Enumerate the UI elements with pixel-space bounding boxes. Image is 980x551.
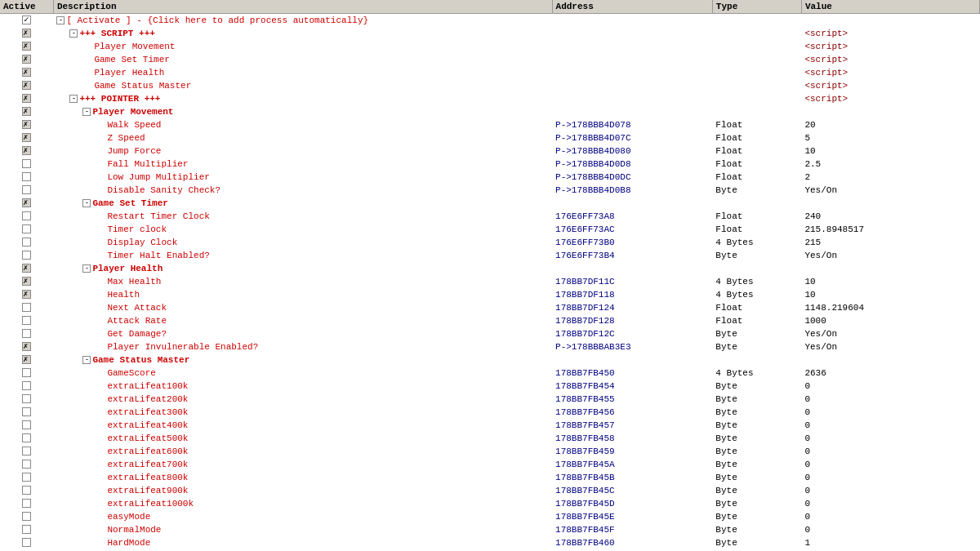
- table-row[interactable]: extraLifeat700k178BB7FB45AByte0: [0, 458, 980, 471]
- value-cell[interactable]: 0: [801, 458, 979, 471]
- desc-cell[interactable]: Display Clock: [53, 236, 552, 249]
- desc-cell[interactable]: extraLifeat1000k: [53, 497, 552, 510]
- desc-cell[interactable]: extraLifeat500k: [53, 432, 552, 445]
- checkbox[interactable]: [22, 303, 31, 312]
- table-row[interactable]: -Game Set Timer: [0, 197, 980, 210]
- desc-cell[interactable]: HardMode: [53, 536, 552, 549]
- desc-cell[interactable]: GameScore: [53, 367, 552, 380]
- desc-cell[interactable]: Disable Sanity Check?: [53, 184, 552, 197]
- value-cell[interactable]: 0: [801, 484, 979, 497]
- value-cell[interactable]: <script>: [801, 40, 979, 53]
- checkbox[interactable]: [22, 368, 31, 377]
- checkbox[interactable]: [22, 55, 31, 64]
- value-cell[interactable]: 0: [801, 523, 979, 536]
- desc-cell[interactable]: Player Movement: [53, 40, 552, 53]
- desc-cell[interactable]: Fall Multiplier: [53, 158, 552, 171]
- checkbox[interactable]: [22, 420, 31, 429]
- desc-cell[interactable]: extraLifeat800k: [53, 471, 552, 484]
- table-row[interactable]: Get Damage?178BB7DF12CByteYes/On: [0, 327, 980, 340]
- table-row[interactable]: extraLifeat400k178BB7FB457Byte0: [0, 419, 980, 432]
- checkbox[interactable]: [22, 94, 31, 103]
- table-row[interactable]: Timer clock176E6FF73ACFloat215.8948517: [0, 223, 980, 236]
- desc-cell[interactable]: -Game Status Master: [53, 353, 552, 367]
- checkbox[interactable]: [22, 159, 31, 168]
- table-row[interactable]: Player Movement<script>: [0, 40, 980, 53]
- desc-cell[interactable]: Low Jump Multiplier: [53, 171, 552, 184]
- checkbox[interactable]: [22, 460, 31, 469]
- checkbox[interactable]: [22, 238, 31, 247]
- value-cell[interactable]: Yes/On: [801, 184, 979, 197]
- table-row[interactable]: Game Status Master<script>: [0, 79, 980, 92]
- table-row[interactable]: Low Jump MultiplierP->178BBB4D0DCFloat2: [0, 171, 980, 184]
- value-cell[interactable]: <script>: [801, 66, 979, 79]
- value-cell[interactable]: Yes/On: [801, 249, 979, 262]
- checkbox[interactable]: [22, 486, 31, 495]
- table-row[interactable]: extraLifeat500k178BB7FB458Byte0: [0, 432, 980, 445]
- table-row[interactable]: Player Invulnerable Enabled?P->178BBBAB3…: [0, 340, 980, 353]
- desc-cell[interactable]: Player Health: [53, 66, 552, 79]
- cheat-table[interactable]: Active Description Address Type Value -[…: [0, 0, 980, 551]
- desc-cell[interactable]: extraLifeat700k: [53, 458, 552, 471]
- desc-cell[interactable]: -Player Health: [53, 262, 552, 275]
- table-row[interactable]: -[ Activate ] - {Click here to add proce…: [0, 14, 980, 27]
- checkbox[interactable]: [22, 251, 31, 260]
- desc-cell[interactable]: -[ Activate ] - {Click here to add proce…: [53, 14, 552, 27]
- checkbox[interactable]: [22, 316, 31, 325]
- checkbox[interactable]: [22, 342, 31, 351]
- table-row[interactable]: Attack Rate178BB7DF128Float1000: [0, 314, 980, 327]
- value-cell[interactable]: 1000: [801, 314, 979, 327]
- desc-cell[interactable]: Get Damage?: [53, 327, 552, 340]
- desc-cell[interactable]: extraLifeat600k: [53, 445, 552, 458]
- table-row[interactable]: extraLifeat900k178BB7FB45CByte0: [0, 484, 980, 497]
- desc-cell[interactable]: extraLifeat300k: [53, 406, 552, 419]
- desc-cell[interactable]: Z Speed: [53, 131, 552, 144]
- desc-cell[interactable]: -+++ SCRIPT +++: [53, 27, 552, 40]
- checkbox[interactable]: [22, 68, 31, 77]
- table-row[interactable]: extraLifeat1000k178BB7FB45DByte0: [0, 497, 980, 510]
- desc-cell[interactable]: Health: [53, 288, 552, 301]
- table-row[interactable]: extraLifeat100k178BB7FB454Byte0: [0, 380, 980, 393]
- table-row[interactable]: -Player Health: [0, 262, 980, 275]
- desc-cell[interactable]: Jump Force: [53, 144, 552, 158]
- checkbox[interactable]: [22, 394, 31, 403]
- checkbox[interactable]: [22, 264, 31, 273]
- desc-cell[interactable]: extraLifeat100k: [53, 380, 552, 393]
- value-cell[interactable]: 0: [801, 497, 979, 510]
- desc-cell[interactable]: Next Attack: [53, 301, 552, 314]
- checkbox[interactable]: [22, 473, 31, 482]
- table-row[interactable]: Disable Sanity Check?P->178BBB4D0B8ByteY…: [0, 184, 980, 197]
- value-cell[interactable]: 0: [801, 510, 979, 523]
- table-row[interactable]: NormalMode178BB7FB45FByte0: [0, 523, 980, 536]
- checkbox[interactable]: [22, 433, 31, 442]
- expand-icon[interactable]: -: [82, 108, 91, 116]
- checkbox[interactable]: [22, 16, 31, 24]
- checkbox[interactable]: [22, 355, 31, 364]
- expand-icon[interactable]: -: [69, 95, 78, 103]
- desc-cell[interactable]: -+++ POINTER +++: [53, 92, 552, 105]
- table-row[interactable]: HardMode178BB7FB460Byte1: [0, 536, 980, 549]
- value-cell[interactable]: 215.8948517: [801, 223, 979, 236]
- checkbox[interactable]: [22, 172, 31, 181]
- expand-icon[interactable]: -: [82, 264, 91, 273]
- checkbox[interactable]: [22, 198, 31, 207]
- table-row[interactable]: Jump ForceP->178BBB4D080Float10: [0, 144, 980, 158]
- table-row[interactable]: -+++ SCRIPT +++<script>: [0, 27, 980, 40]
- table-row[interactable]: Player Health<script>: [0, 66, 980, 79]
- desc-cell[interactable]: NormalMode: [53, 523, 552, 536]
- table-row[interactable]: extraLifeat300k178BB7FB456Byte0: [0, 406, 980, 419]
- desc-cell[interactable]: Restart Timer Clock: [53, 210, 552, 223]
- checkbox[interactable]: [22, 120, 31, 129]
- expand-icon[interactable]: -: [56, 16, 65, 24]
- value-cell[interactable]: 215: [801, 236, 979, 249]
- value-cell[interactable]: 2.5: [801, 158, 979, 171]
- table-row[interactable]: extraLifeat600k178BB7FB459Byte0: [0, 445, 980, 458]
- desc-cell[interactable]: Game Status Master: [53, 79, 552, 92]
- table-row[interactable]: extraLifeat200k178BB7FB455Byte0: [0, 393, 980, 406]
- value-cell[interactable]: <script>: [801, 53, 979, 66]
- desc-cell[interactable]: -Player Movement: [53, 105, 552, 118]
- checkbox[interactable]: [22, 525, 31, 534]
- value-cell[interactable]: <script>: [801, 92, 979, 105]
- value-cell[interactable]: 0: [801, 419, 979, 432]
- desc-cell[interactable]: Player Invulnerable Enabled?: [53, 340, 552, 353]
- expand-icon[interactable]: -: [82, 199, 91, 207]
